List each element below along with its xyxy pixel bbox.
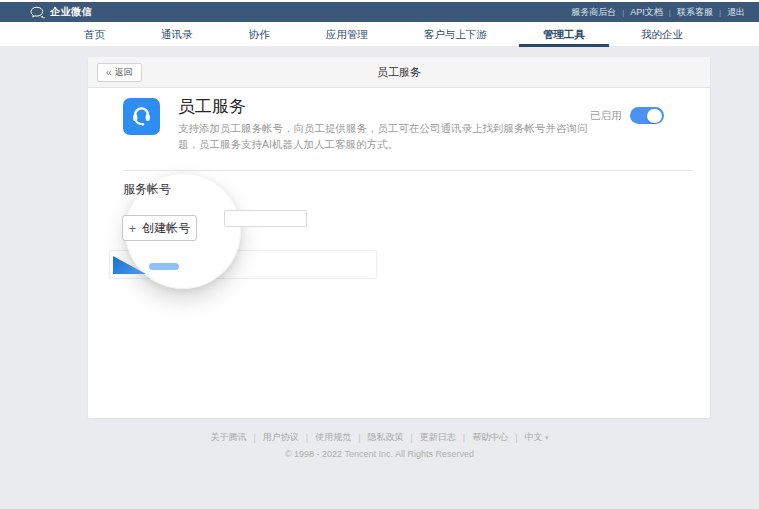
main-nav: 首页 通讯录 协作 应用管理 客户与上下游 管理工具 我的企业 — [0, 22, 759, 47]
create-account-label: 创建帐号 — [142, 220, 190, 237]
back-button-label: 返回 — [115, 66, 133, 79]
app-description: 支持添加员工服务帐号，向员工提供服务，员工可在公司通讯录上找到服务帐号并咨询问题… — [178, 120, 602, 152]
language-label: 中文 — [525, 432, 543, 442]
main-nav-items: 首页 通讯录 协作 应用管理 客户与上下游 管理工具 我的企业 — [84, 22, 683, 47]
separator: | — [463, 433, 465, 443]
toggle-knob — [647, 109, 662, 123]
employee-service-app-icon — [123, 98, 160, 135]
employee-service-card: 员工服务 « 返回 员工服务 支持添加员工服务帐号，向员工提供服务，员工可在公司… — [88, 57, 710, 418]
nav-tab-my-company[interactable]: 我的企业 — [641, 22, 683, 47]
footer-link-changelog[interactable]: 更新日志 — [420, 431, 456, 444]
link-logout[interactable]: 退出 — [727, 6, 745, 19]
footer-links: 关于腾讯 | 用户协议 | 使用规范 | 隐私政策 | 更新日志 | 帮助中心 … — [0, 431, 759, 444]
enable-status: 已启用 — [590, 107, 664, 124]
plus-icon: + — [129, 222, 137, 235]
create-account-button[interactable]: + 创建帐号 — [122, 215, 197, 241]
nav-tab-app-management[interactable]: 应用管理 — [326, 22, 368, 47]
nav-tab-contacts[interactable]: 通讯录 — [161, 22, 193, 47]
separator: | — [515, 433, 517, 443]
page-title: 员工服务 — [88, 57, 710, 88]
link-provider-console[interactable]: 服务商后台 — [571, 6, 616, 19]
link-api-docs[interactable]: API文档 — [630, 6, 663, 19]
enable-toggle[interactable] — [630, 107, 664, 124]
top-bar-links: 服务商后台 | API文档 | 联系客服 | 退出 — [571, 6, 745, 19]
separator: | — [358, 433, 360, 443]
card-subheader: 员工服务 « 返回 — [88, 57, 710, 88]
app-name: 员工服务 — [178, 95, 246, 118]
headset-icon — [127, 100, 156, 133]
footer-link-user-agreement[interactable]: 用户协议 — [263, 431, 299, 444]
wecom-admin-page: 企业微信 服务商后台 | API文档 | 联系客服 | 退出 首页 通讯录 协作… — [0, 0, 759, 509]
separator: | — [253, 433, 255, 443]
separator: | — [719, 8, 721, 17]
brand-label: 企业微信 — [50, 5, 92, 19]
back-chevron-icon: « — [106, 67, 112, 78]
service-accounts-title: 服务帐号 — [123, 181, 171, 198]
footer-link-help-center[interactable]: 帮助中心 — [472, 431, 508, 444]
back-button[interactable]: « 返回 — [97, 63, 142, 82]
footer: 关于腾讯 | 用户协议 | 使用规范 | 隐私政策 | 更新日志 | 帮助中心 … — [0, 431, 759, 459]
status-label: 已启用 — [590, 109, 622, 123]
nav-tab-collaboration[interactable]: 协作 — [249, 22, 270, 47]
separator: | — [306, 433, 308, 443]
distorted-account-name — [149, 263, 179, 270]
footer-link-privacy-policy[interactable]: 隐私政策 — [367, 431, 403, 444]
brand[interactable]: 企业微信 — [30, 5, 92, 19]
separator: | — [669, 8, 671, 17]
caret-down-icon: ▾ — [545, 434, 549, 441]
nav-tab-admin-tools[interactable]: 管理工具 — [543, 22, 585, 47]
nav-tab-home[interactable]: 首页 — [84, 22, 105, 47]
top-bar: 企业微信 服务商后台 | API文档 | 联系客服 | 退出 — [0, 2, 759, 22]
section-divider — [123, 170, 693, 171]
separator: | — [622, 8, 624, 17]
wecom-bubble-icon — [30, 6, 45, 19]
account-search-input[interactable] — [224, 210, 307, 227]
footer-link-usage-rules[interactable]: 使用规范 — [315, 431, 351, 444]
link-contact-support[interactable]: 联系客服 — [677, 6, 713, 19]
nav-tab-customers[interactable]: 客户与上下游 — [424, 22, 487, 47]
language-selector[interactable]: 中文 ▾ — [525, 431, 549, 444]
footer-link-about[interactable]: 关于腾讯 — [210, 431, 246, 444]
separator: | — [410, 433, 412, 443]
copyright-notice: © 1998 - 2022 Tencent Inc. All Rights Re… — [0, 449, 759, 459]
